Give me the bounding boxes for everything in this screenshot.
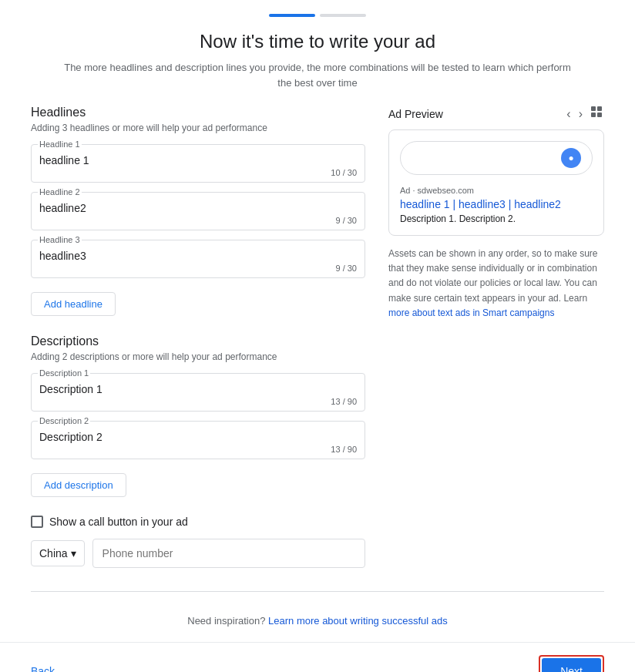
info-text: Assets can be shown in any order, so to … [388,247,604,321]
back-button[interactable]: Back [31,665,55,672]
call-button-section: Show a call button in your ad [31,516,365,528]
svg-rect-1 [597,106,602,111]
headline-1-group: Headline 1 10 / 30 [31,144,365,183]
next-arrow-icon[interactable]: › [579,107,583,121]
headline-2-input[interactable] [39,199,357,214]
headline-1-counter: 10 / 30 [39,168,357,179]
headlines-section-subtitle: Adding 3 headlines or more will help you… [31,123,365,133]
prev-arrow-icon[interactable]: ‹ [566,107,570,121]
descriptions-section-subtitle: Adding 2 descriptions or more will help … [31,351,365,362]
descriptions-section: Descriptions Adding 2 descriptions or mo… [31,334,365,497]
smart-campaigns-link[interactable]: more about text ads in Smart campaigns [388,307,554,318]
page-title: Now it's time to write your ad [62,31,573,52]
main-content: Headlines Adding 3 headlines or more wil… [0,106,635,568]
svg-rect-3 [597,113,602,117]
headlines-section-title: Headlines [31,106,365,119]
headline-1-input[interactable] [39,151,357,166]
page-subtitle: The more headlines and description lines… [62,60,573,90]
description-2-group: Description 2 13 / 90 [31,421,365,459]
headline-2-field: Headline 2 9 / 30 [31,192,365,230]
left-panel: Headlines Adding 3 headlines or more wil… [31,106,365,568]
ad-domain-label: Ad · sdwebseo.com [400,186,593,195]
next-button-wrapper: Next [539,655,604,672]
description-2-label: Description 2 [38,416,90,425]
description-1-counter: 13 / 90 [39,397,357,408]
add-description-button[interactable]: Add description [31,473,126,497]
phone-row: China ▾ [31,539,365,568]
ad-headline-preview: headline 1 | headline3 | headline2 [400,198,593,210]
inspiration-section: Need inspiration? Learn more about writi… [31,591,604,642]
description-1-label: Description 1 [38,368,90,378]
headline-2-group: Headline 2 9 / 30 [31,192,365,230]
fake-search-bar: ● [400,141,593,175]
description-1-input[interactable] [39,380,357,395]
headline-3-input[interactable] [39,247,357,262]
svg-rect-2 [591,113,596,117]
description-2-field: Description 2 13 / 90 [31,421,365,459]
phone-number-input[interactable] [92,539,365,568]
page-header: Now it's time to write your ad The more … [0,25,635,106]
headline-3-field: Headline 3 9 / 30 [31,240,365,278]
descriptions-section-title: Descriptions [31,334,365,348]
headline-3-counter: 9 / 30 [39,264,357,274]
progress-step-1 [269,14,315,17]
dropdown-arrow-icon: ▾ [71,547,76,559]
progress-bar [0,0,635,25]
description-1-group: Description 1 13 / 90 [31,373,365,412]
svg-rect-0 [591,106,596,111]
country-select[interactable]: China ▾ [31,540,85,566]
inspiration-link[interactable]: Learn more about writing successful ads [268,615,448,627]
description-2-input[interactable] [39,428,357,443]
headline-3-group: Headline 3 9 / 30 [31,240,365,278]
grid-view-icon[interactable] [590,106,604,122]
ad-description-preview: Description 1. Description 2. [400,213,593,224]
call-button-checkbox[interactable] [31,516,43,528]
inspiration-text: Need inspiration? [187,615,268,627]
next-button[interactable]: Next [542,658,601,672]
search-icon: ● [561,148,581,168]
add-headline-button[interactable]: Add headline [31,292,116,316]
progress-step-2 [320,14,366,17]
headline-3-label: Headline 3 [38,235,82,244]
headline-1-label: Headline 1 [38,139,82,149]
headline-2-counter: 9 / 30 [39,216,357,227]
description-1-field: Description 1 13 / 90 [31,373,365,412]
description-2-counter: 13 / 90 [39,445,357,455]
ad-preview-header: Ad Preview ‹ › [388,106,604,122]
right-panel: Ad Preview ‹ › ● Ad · sdwebseo.com headl… [388,106,604,568]
call-button-label: Show a call button in your ad [49,516,188,528]
ad-preview-title: Ad Preview [388,108,559,120]
headline-2-label: Headline 2 [38,187,82,197]
headline-1-field: Headline 1 10 / 30 [31,144,365,183]
ad-preview-box: ● Ad · sdwebseo.com headline 1 | headlin… [388,129,604,236]
footer: Back Next [0,642,635,672]
headlines-section: Headlines Adding 3 headlines or more wil… [31,106,365,316]
country-label: China [39,547,68,559]
